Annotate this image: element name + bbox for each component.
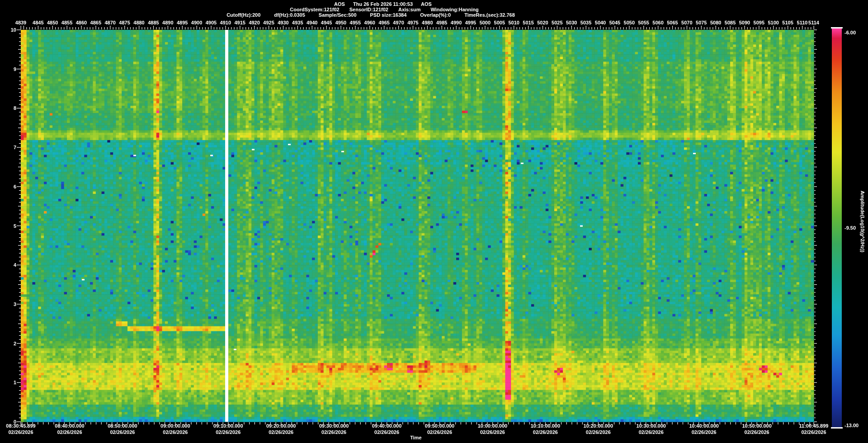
y-axis-label: 7	[14, 145, 16, 150]
top-axis-label: 5090	[739, 20, 750, 25]
top-axis-label: 5114	[808, 20, 819, 25]
date-tick-label: 02/26/2026	[57, 430, 82, 435]
top-axis-label: 4960	[364, 20, 375, 25]
top-axis-label: 4890	[162, 20, 173, 25]
top-axis-label: 5045	[609, 20, 620, 25]
top-axis-label: 5060	[652, 20, 663, 25]
time-tick-label: 10:10:00.000	[531, 424, 560, 429]
settings-line-1: CoordSystem:121f02 SensorID:121f02 Axis:…	[290, 7, 478, 12]
aos-spectrogram-window: AOS Thu 26 Feb 2026 11:00:53 AOS CoordSy…	[0, 0, 868, 443]
top-axis-label: 5100	[768, 20, 778, 25]
top-axis-label: 4885	[148, 20, 159, 25]
time-tick-label: 10:00:00.000	[478, 424, 507, 429]
date-tick-label: 02/26/2026	[692, 430, 717, 435]
time-tick-label: 09:50:00.000	[425, 424, 454, 429]
date-tick-label: 02/26/2026	[8, 430, 33, 435]
time-tick-label: 10:30:00.000	[637, 424, 666, 429]
title-bar: AOS Thu 26 Feb 2026 11:00:53 AOS	[334, 1, 432, 7]
psd-size-value: PSD size:16384	[370, 12, 407, 18]
top-axis-label: 4845	[33, 20, 43, 25]
sample-rate-value: Sample/Sec:500	[319, 12, 357, 18]
top-axis-label: 4915	[234, 20, 245, 25]
date-tick-label: 02/26/2026	[745, 430, 769, 435]
top-axis-label: 4839	[15, 20, 26, 25]
top-axis-label: 4995	[465, 20, 476, 25]
y-axis-label: 1	[14, 380, 16, 385]
top-axis-label: 4965	[378, 20, 389, 25]
y-axis-label: 6	[14, 184, 16, 189]
top-axis-label: 4905	[206, 20, 217, 25]
top-axis-label: 4930	[278, 20, 288, 25]
top-axis-label: 5040	[595, 20, 606, 25]
overlap-value: Overlap(%):0	[420, 12, 451, 18]
time-tick-label: 08:30:45.899	[6, 424, 35, 429]
top-axis-label: 4950	[335, 20, 346, 25]
top-axis-label: 5110	[797, 20, 808, 25]
windowing-value: Windowing:Hanning	[430, 7, 478, 12]
top-axis-label: 4990	[451, 20, 462, 25]
top-axis-label: 5095	[754, 20, 764, 25]
time-tick-label: 08:40:00.000	[55, 424, 84, 429]
top-axis-label: 5025	[552, 20, 562, 25]
top-axis-label: 5105	[782, 20, 793, 25]
top-axis-label: 4860	[76, 20, 87, 25]
top-axis-label: 4980	[422, 20, 433, 25]
top-axis-label: 5010	[508, 20, 519, 25]
date-tick-label: 02/26/2026	[639, 430, 664, 435]
y-axis-label: 9	[14, 66, 16, 71]
date-tick-label: 02/26/2026	[110, 430, 135, 435]
date-tick-label: 02/26/2026	[374, 430, 399, 435]
app-name: AOS	[334, 1, 345, 7]
date-tick-label: 02/26/2026	[427, 430, 452, 435]
top-axis-label: 4870	[104, 20, 115, 25]
y-axis-label: 5	[14, 223, 16, 228]
top-axis-label: 4900	[191, 20, 202, 25]
top-axis-label: 4935	[292, 20, 303, 25]
top-axis-label: 5065	[667, 20, 678, 25]
top-axis-label: 4985	[436, 20, 447, 25]
top-axis-label: 4925	[263, 20, 274, 25]
time-tick-label: 09:00:00.000	[160, 424, 190, 429]
top-axis-label: 4880	[133, 20, 144, 25]
sensor-id-value: SensorID:121f02	[349, 7, 388, 12]
coord-system-value: CoordSystem:121f02	[290, 7, 339, 12]
time-tick-label: 09:40:00.000	[372, 424, 401, 429]
spectrogram-canvas	[0, 0, 868, 443]
date-tick-label: 02/26/2026	[533, 430, 558, 435]
top-axis-label: 5075	[696, 20, 707, 25]
top-axis-label: 5015	[523, 20, 533, 25]
date-tick-label: 02/26/2026	[163, 430, 188, 435]
y-axis-label: 4	[14, 263, 16, 268]
time-tick-label: 09:30:00.000	[319, 424, 349, 429]
title-datetime: Thu 26 Feb 2026 11:00:53	[353, 1, 413, 7]
time-tick-label: 11:00:45.899	[799, 424, 829, 429]
date-tick-label: 02/26/2026	[269, 430, 293, 435]
y-axis-label: 10	[11, 28, 16, 33]
app-name-2: AOS	[421, 1, 432, 7]
y-axis-label: 3	[14, 302, 16, 306]
top-axis-label: 5035	[580, 20, 591, 25]
colorbar-axis-label: Amplitude(Log10(g^2/Hz))	[860, 191, 865, 253]
time-tick-label: 09:20:00.000	[266, 424, 296, 429]
colorbar-min-label: -13.00	[844, 423, 859, 428]
date-tick-label: 02/26/2026	[586, 430, 611, 435]
top-axis-label: 4850	[47, 20, 58, 25]
top-axis-label: 4920	[249, 20, 259, 25]
colorbar-mid-label: -9.50	[844, 226, 856, 231]
top-axis-label: 5030	[566, 20, 577, 25]
settings-line-2: Cutoff(Hz):200 df(Hz):0.0305 Sample/Sec:…	[226, 12, 515, 18]
top-axis-label: 4875	[119, 20, 130, 25]
time-res-value: TimeRes.(sec):32.768	[464, 12, 515, 18]
top-axis-label: 5050	[624, 20, 635, 25]
y-axis-label: 2	[14, 341, 16, 346]
cutoff-value: Cutoff(Hz):200	[226, 12, 260, 18]
top-axis-label: 5055	[638, 20, 649, 25]
time-tick-label: 10:50:00.000	[742, 424, 771, 429]
top-axis-label: 4865	[90, 20, 101, 25]
date-tick-label: 02/26/2026	[801, 430, 826, 435]
top-axis-label: 4955	[350, 20, 361, 25]
date-tick-label: 02/26/2026	[321, 430, 346, 435]
top-axis-label: 5005	[494, 20, 505, 25]
top-axis-label: 4910	[220, 20, 231, 25]
top-axis-label: 4940	[307, 20, 317, 25]
